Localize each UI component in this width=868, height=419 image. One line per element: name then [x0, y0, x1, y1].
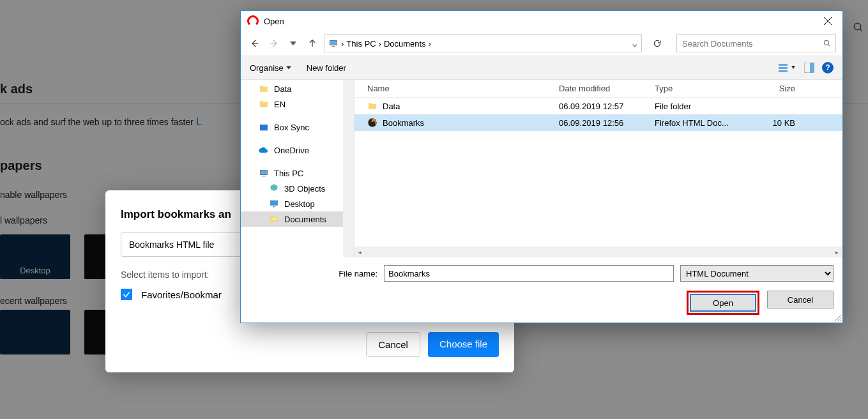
- breadcrumb-item[interactable]: Documents: [384, 39, 426, 49]
- tree-item[interactable]: OneDrive: [241, 142, 354, 158]
- svg-rect-22: [270, 201, 278, 206]
- svg-rect-15: [779, 70, 788, 72]
- tree-item[interactable]: Box Sync: [241, 119, 354, 135]
- checkbox-icon: [121, 289, 132, 300]
- scroll-up-arrow[interactable]: ▴: [343, 80, 354, 91]
- column-date[interactable]: Date modified: [559, 84, 655, 93]
- chevron-down-icon[interactable]: ⌵: [632, 39, 637, 49]
- desktop-icon: [269, 199, 279, 209]
- box-icon: [259, 122, 269, 132]
- filetype-select[interactable]: HTML Document: [680, 265, 834, 282]
- import-cancel-button[interactable]: Cancel: [366, 332, 420, 357]
- column-type[interactable]: Type: [655, 84, 750, 93]
- view-mode-button[interactable]: [779, 63, 796, 73]
- nav-up-button[interactable]: [305, 36, 320, 51]
- preview-pane-button[interactable]: [804, 63, 814, 73]
- tree-item[interactable]: Documents: [241, 211, 354, 227]
- folder-icon: [259, 99, 269, 109]
- dialog-toolbar: Organise New folder ?: [241, 56, 842, 80]
- list-scrollbar[interactable]: ◂ ▸: [354, 247, 842, 257]
- scroll-right-arrow[interactable]: ▸: [832, 247, 842, 257]
- nav-forward-button[interactable]: [266, 36, 282, 51]
- pc-icon: [328, 38, 339, 49]
- close-button[interactable]: [813, 11, 842, 31]
- column-size[interactable]: Size: [750, 84, 802, 93]
- svg-rect-18: [810, 63, 814, 73]
- dialog-title: Open: [264, 17, 284, 26]
- filename-input[interactable]: [384, 265, 674, 282]
- tree-item[interactable]: This PC: [241, 165, 354, 181]
- nav-back-button[interactable]: [247, 36, 263, 51]
- column-name[interactable]: Name: [354, 84, 559, 93]
- filename-label: File name:: [250, 269, 377, 278]
- svg-point-10: [824, 40, 828, 45]
- open-button-highlight: Open: [687, 291, 759, 315]
- svg-rect-24: [272, 218, 277, 219]
- dialog-titlebar: Open: [241, 11, 842, 31]
- svg-rect-8: [330, 40, 337, 45]
- new-folder-button[interactable]: New folder: [307, 63, 346, 73]
- cloud-icon: [259, 145, 269, 155]
- organise-menu[interactable]: Organise: [250, 63, 291, 73]
- scroll-down-arrow[interactable]: ▾: [343, 247, 354, 257]
- breadcrumb-item[interactable]: This PC: [346, 39, 376, 49]
- pc-icon: [259, 168, 269, 178]
- refresh-button[interactable]: [648, 34, 666, 52]
- chevron-right-icon: ›: [429, 39, 431, 49]
- svg-line-28: [840, 320, 841, 321]
- search-icon: [823, 39, 832, 48]
- svg-marker-12: [286, 66, 291, 70]
- resize-grip[interactable]: [834, 314, 841, 321]
- tree-item[interactable]: EN: [241, 96, 354, 112]
- tree-scrollbar[interactable]: ▴ ▾: [343, 80, 354, 257]
- scrollbar-thumb[interactable]: [344, 131, 353, 169]
- chevron-right-icon: ›: [379, 39, 381, 49]
- svg-marker-6: [290, 42, 296, 45]
- svg-rect-14: [779, 67, 788, 69]
- svg-rect-9: [331, 46, 335, 47]
- svg-rect-13: [779, 64, 788, 66]
- folder-tree: DataENBox SyncOneDriveThis PC3D ObjectsD…: [241, 80, 354, 257]
- file-row[interactable]: Bookmarks06.09.2019 12:56Firefox HTML Do…: [354, 114, 842, 131]
- svg-rect-20: [261, 170, 268, 174]
- tree-item[interactable]: 3D Objects: [241, 181, 354, 196]
- nav-history-dropdown[interactable]: [286, 36, 301, 51]
- file-list: Name Date modified Type Size Data06.09.2…: [354, 80, 842, 257]
- tree-item[interactable]: Desktop: [241, 196, 354, 211]
- help-button[interactable]: ?: [822, 62, 834, 73]
- tree-item[interactable]: Data: [241, 81, 354, 96]
- file-row[interactable]: Data06.09.2019 12:57File folder: [354, 98, 842, 114]
- ff-icon: [367, 118, 377, 128]
- svg-rect-19: [260, 125, 268, 130]
- breadcrumb-bar[interactable]: › This PC › Documents › ⌵: [324, 34, 642, 52]
- open-button[interactable]: Open: [690, 294, 756, 312]
- opera-logo-icon: [247, 15, 259, 27]
- chevron-right-icon: ›: [341, 39, 344, 49]
- scroll-left-arrow[interactable]: ◂: [354, 247, 365, 257]
- choose-file-button[interactable]: Choose file: [428, 332, 499, 357]
- cancel-button[interactable]: Cancel: [767, 291, 834, 309]
- svg-marker-16: [791, 66, 795, 69]
- svg-line-11: [828, 44, 830, 46]
- file-open-dialog: Open › This PC › Documents › ⌵ Search Do…: [240, 10, 843, 323]
- svg-rect-21: [262, 176, 265, 176]
- folder-icon: [259, 84, 269, 94]
- folder-icon: [367, 101, 377, 111]
- 3d-icon: [269, 183, 279, 194]
- svg-rect-23: [273, 206, 275, 207]
- search-input[interactable]: Search Documents: [676, 34, 836, 52]
- docs-icon: [269, 214, 279, 224]
